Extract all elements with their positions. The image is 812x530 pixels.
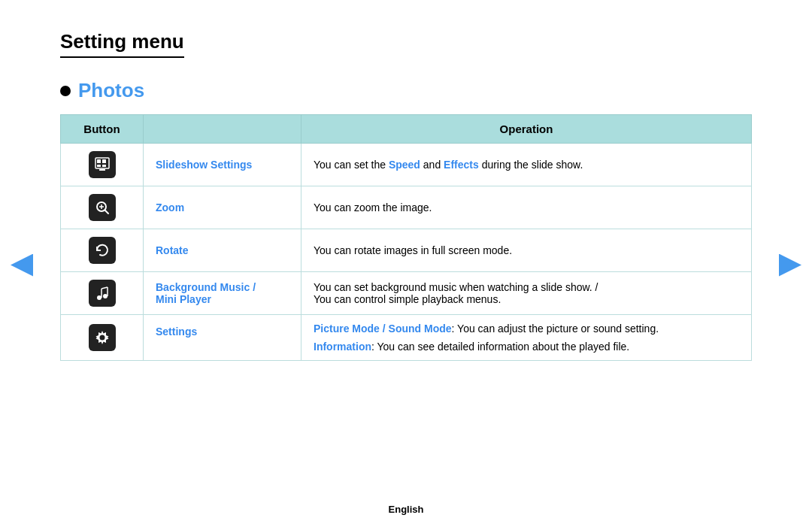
op-settings-text2: : You can see detailed information about… bbox=[371, 341, 629, 353]
op-text-settings: Picture Mode / Sound Mode: You can adjus… bbox=[314, 323, 739, 353]
svg-line-13 bbox=[102, 287, 108, 289]
label-cell-settings: Settings bbox=[144, 315, 301, 361]
btn-cell-settings bbox=[61, 315, 144, 361]
op-cell-rotate: You can rotate images in full screen mod… bbox=[301, 229, 752, 272]
svg-point-10 bbox=[97, 295, 102, 300]
page-title: Setting menu bbox=[60, 30, 184, 58]
svg-rect-5 bbox=[99, 169, 105, 171]
music-icon bbox=[89, 280, 116, 307]
zoom-label: Zoom bbox=[156, 201, 184, 214]
svg-rect-4 bbox=[102, 165, 106, 167]
op-cell-settings: Picture Mode / Sound Mode: You can adjus… bbox=[301, 315, 752, 361]
speed-link: Speed bbox=[389, 159, 420, 171]
op-settings-block2: Information: You can see detailed inform… bbox=[314, 341, 739, 353]
label-cell-rotate: Rotate bbox=[144, 229, 301, 272]
settings-icon bbox=[89, 324, 116, 351]
section-header: Photos bbox=[60, 79, 752, 102]
rotate-svg bbox=[94, 242, 111, 259]
svg-rect-1 bbox=[97, 159, 101, 163]
btn-cell-slideshow: ​ bbox=[61, 144, 144, 186]
label-cell-zoom: Zoom bbox=[144, 186, 301, 229]
rotate-label: Rotate bbox=[156, 244, 189, 256]
op-text-rotate: You can rotate images in full screen mod… bbox=[314, 244, 512, 256]
settings-table: Button Operation ​ bbox=[60, 114, 752, 361]
table-row: Zoom You can zoom the image. bbox=[61, 186, 752, 229]
btn-cell-zoom bbox=[61, 186, 144, 229]
picture-mode-link: Picture Mode / Sound Mode bbox=[314, 323, 452, 335]
op-settings-text1: : You can adjust the picture or sound se… bbox=[452, 323, 659, 335]
table-row: Settings Picture Mode / Sound Mode: You … bbox=[61, 315, 752, 361]
table-header-row: Button Operation bbox=[61, 115, 752, 144]
zoom-icon bbox=[89, 194, 116, 221]
svg-point-16 bbox=[99, 335, 105, 341]
music-label-line2: Mini Player bbox=[156, 293, 211, 305]
effects-link: Effects bbox=[444, 159, 479, 171]
col-header-operation: Operation bbox=[301, 115, 752, 144]
btn-cell-music bbox=[61, 272, 144, 315]
rotate-icon bbox=[89, 237, 116, 264]
music-svg bbox=[94, 285, 111, 301]
slideshow-icon: ​ bbox=[89, 151, 116, 178]
op-settings-block1: Picture Mode / Sound Mode: You can adjus… bbox=[314, 323, 739, 335]
page-content: Setting menu Photos Button Operation ​ bbox=[0, 0, 812, 391]
settings-label: Settings bbox=[156, 326, 197, 338]
svg-rect-2 bbox=[102, 159, 106, 163]
table-row: Rotate You can rotate images in full scr… bbox=[61, 229, 752, 272]
section-title: Photos bbox=[78, 79, 144, 102]
btn-cell-rotate bbox=[61, 229, 144, 272]
page-footer: English bbox=[389, 504, 424, 515]
slideshow-svg bbox=[94, 156, 111, 173]
label-cell-slideshow: Slideshow Settings bbox=[144, 144, 301, 186]
music-label-line1: Background Music / bbox=[156, 281, 256, 293]
information-link: Information bbox=[314, 341, 371, 353]
op-cell-slideshow: You can set the Speed and Effects during… bbox=[301, 144, 752, 186]
slideshow-label: Slideshow Settings bbox=[156, 159, 252, 171]
table-row: ​ Slideshow Settings bbox=[61, 144, 752, 186]
op-cell-zoom: You can zoom the image. bbox=[301, 186, 752, 229]
section-bullet bbox=[60, 86, 71, 96]
label-cell-music: Background Music / Mini Player bbox=[144, 272, 301, 315]
op-text-music: You can set background music when watchi… bbox=[314, 281, 739, 305]
op-music-line1: You can set background music when watchi… bbox=[314, 281, 739, 293]
svg-line-7 bbox=[105, 210, 108, 214]
op-text-slideshow: You can set the Speed and Effects during… bbox=[314, 159, 583, 171]
table-row: Background Music / Mini Player You can s… bbox=[61, 272, 752, 315]
op-cell-music: You can set background music when watchi… bbox=[301, 272, 752, 315]
settings-svg bbox=[94, 329, 111, 346]
op-text-zoom: You can zoom the image. bbox=[314, 201, 432, 214]
svg-point-11 bbox=[103, 294, 108, 298]
svg-rect-3 bbox=[97, 165, 101, 167]
op-music-line2: You can control simple playback menus. bbox=[314, 293, 739, 305]
col-header-label bbox=[144, 115, 301, 144]
zoom-svg bbox=[94, 199, 111, 216]
col-header-button: Button bbox=[61, 115, 144, 144]
